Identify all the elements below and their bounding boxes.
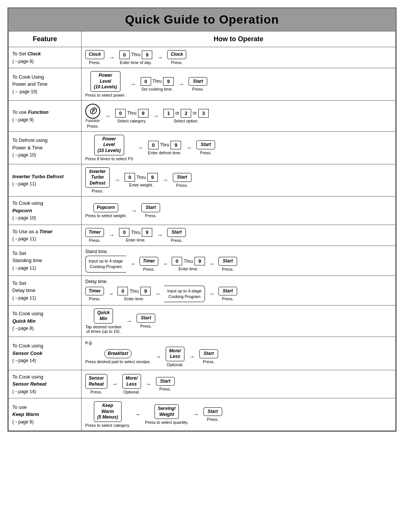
sensor-reheat-button[interactable]: SensorReheat — [85, 374, 107, 389]
arrow-icon: → — [112, 381, 118, 387]
more-less-button[interactable]: More/Less — [166, 347, 184, 361]
feature-text: To Cook usingSensor Cook (→page 14) — [12, 342, 77, 364]
timer-button-2[interactable]: Timer — [140, 257, 158, 266]
operate-cell: KeepWarm(5 Menus) Press to select catego… — [82, 398, 396, 431]
timer-button-3[interactable]: Timer — [85, 287, 104, 296]
page-ref: (→ page 10) — [12, 89, 37, 94]
feature-text: To Cook UsingPower and Time (→ page 10) — [12, 73, 77, 95]
start-button-8[interactable]: Start — [137, 314, 155, 323]
arrow-icon: → — [108, 291, 114, 297]
table-row: To useKeep Warm (→page 8) KeepWarm(5 Men… — [9, 398, 396, 431]
quick-min-button[interactable]: QuickMin — [94, 308, 113, 323]
feature-cell: To Cook UsingPower and Time (→ page 10) — [9, 68, 82, 101]
clock-press-2: Press. — [171, 60, 183, 65]
arrow-icon: → — [157, 232, 163, 238]
op-item: Timer Press. — [85, 228, 104, 243]
start-button-6[interactable]: Start — [218, 257, 237, 266]
start-press: Press. — [171, 238, 183, 243]
title-bar: Quick Guide to Operation — [8, 8, 396, 31]
start-press: Press. — [222, 297, 233, 301]
start-press: Press. — [176, 183, 188, 188]
page-ref: (→page 11) — [12, 265, 36, 271]
page-ref: (→page 8) — [12, 419, 34, 425]
more-less-button-2[interactable]: More/Less — [122, 374, 141, 389]
page-ref: (→page 14) — [12, 358, 36, 363]
table-row: To use Function (→page 9) Ⓕ Function Pre… — [9, 100, 396, 131]
table-row: To Cook usingQuick Min (→page 8) QuickMi… — [9, 305, 396, 337]
page-ref: (→page 10) — [12, 152, 36, 158]
start-button-3[interactable]: Start — [173, 173, 192, 182]
bracket-right: Input up to 4-stageCooking Program — [164, 286, 205, 303]
feature-cell: To SetStanding time (→page 11) — [9, 246, 82, 276]
popcorn-press: Press to select weight. — [85, 213, 126, 218]
op-item: Start Press. — [137, 314, 155, 328]
start-button-5[interactable]: Start — [167, 228, 186, 237]
operate-cell: InverterTurboDefrost Press. → 0 Thru 9 E… — [82, 164, 396, 197]
op-item: More/Less Optional. — [166, 347, 184, 367]
clock-button-1[interactable]: Clock — [85, 50, 104, 59]
arrow-icon: → — [178, 81, 184, 88]
op-item: 0 Thru 9 Select category. — [115, 109, 149, 123]
arrow-icon: → — [153, 113, 159, 119]
arrow-icon: → — [193, 411, 199, 418]
header-feature: Feature — [9, 31, 82, 47]
quick-min-press: Tap desired numberof times (up to 10). — [85, 325, 122, 334]
op-item: Start Press. — [199, 349, 218, 364]
thru-text: Thru — [129, 289, 139, 294]
feature-text: To Cook usingSensor Reheat (→page 14) — [12, 373, 77, 395]
table-row: To Cook usingSensor Cook (→page 14) e.g.… — [9, 337, 396, 370]
operate-cell: Delay time. Timer Press. → 0 Thru 9 — [82, 276, 396, 305]
power-level-button[interactable]: PowerLevel(10 Levels) — [91, 71, 120, 92]
popcorn-button[interactable]: Popcorn — [94, 203, 119, 212]
keep-warm-button[interactable]: KeepWarm(5 Menus) — [94, 401, 122, 422]
op-item: SensorReheat Press. — [85, 374, 107, 394]
inverter-turbo-button[interactable]: InverterTurboDefrost — [85, 167, 110, 188]
feature-text: To Cook usingPopcorn (→page 10) — [12, 200, 77, 222]
enter-label: Set cooking time. — [141, 87, 173, 91]
start-button-7[interactable]: Start — [218, 287, 237, 296]
timer-button[interactable]: Timer — [85, 228, 104, 237]
op-item: Start Press. — [167, 228, 186, 243]
start-press: Press. — [207, 417, 218, 422]
feature-cell: To Cook usingSensor Reheat (→page 14) — [9, 370, 82, 398]
op-item: QuickMin Tap desired numberof times (up … — [85, 308, 122, 333]
page-ref: (→page 8) — [12, 59, 34, 64]
optional-label-2: Optional. — [123, 390, 140, 394]
arrow-icon: → — [108, 232, 114, 238]
feature-em: Timer — [39, 229, 52, 234]
press-select-power: Press to select power. — [85, 93, 126, 97]
option-1: 1 — [163, 109, 174, 118]
feature-text: To Cook usingQuick Min (→page 8) — [12, 310, 77, 332]
thru-text: Thru — [153, 79, 162, 84]
op-item: KeepWarm(5 Menus) Press to select catego… — [85, 401, 130, 428]
num-0: 0 — [115, 109, 126, 118]
clock-button-2[interactable]: Clock — [167, 50, 186, 59]
table-row: To SetStanding time (→page 11) Stand tim… — [9, 246, 396, 276]
feature-cell: To Cook usingQuick Min (→page 8) — [9, 305, 82, 337]
start-button-11[interactable]: Start — [203, 407, 222, 416]
op-item: Timer Press. — [140, 257, 158, 271]
breakfast-button[interactable]: Breakfast — [104, 349, 132, 358]
op-item: Timer Press. — [85, 287, 104, 301]
press-p3: Press 8 times to select P3 — [85, 156, 133, 161]
arrow-icon: → — [126, 318, 132, 325]
start-button-10[interactable]: Start — [156, 377, 175, 386]
start-button[interactable]: Start — [189, 77, 207, 86]
arrow-icon: → — [135, 411, 141, 418]
op-item: 0 Thru 9 Enter defrost time. — [148, 141, 181, 155]
arrow-icon: → — [209, 261, 215, 267]
table-row: To Cook usingPopcorn (→page 10) Popcorn … — [9, 197, 396, 225]
start-button-9[interactable]: Start — [199, 349, 218, 358]
start-button-2[interactable]: Start — [196, 140, 215, 149]
serving-weight-button[interactable]: Serving/Weight — [154, 404, 179, 419]
function-icon[interactable]: Ⓕ — [85, 104, 100, 119]
feature-cell: To Set Clock (→page 8) — [9, 47, 82, 68]
feature-cell: To Cook usingSensor Cook (→page 14) — [9, 337, 82, 370]
num-9: 9 — [142, 228, 152, 237]
op-item: Start Press. — [196, 140, 215, 155]
start-button-4[interactable]: Start — [141, 203, 160, 212]
operate-cell: Clock Press. → 0 Thru 9 Enter time of da… — [82, 47, 396, 68]
operate-cell: Timer Press. → 0 Thru 9 Enter time. — [82, 225, 396, 246]
table-row: Inverter Turbo Defrost (→page 11) Invert… — [9, 164, 396, 197]
power-level-button-2[interactable]: PowerLevel(10 Levels) — [94, 135, 124, 155]
